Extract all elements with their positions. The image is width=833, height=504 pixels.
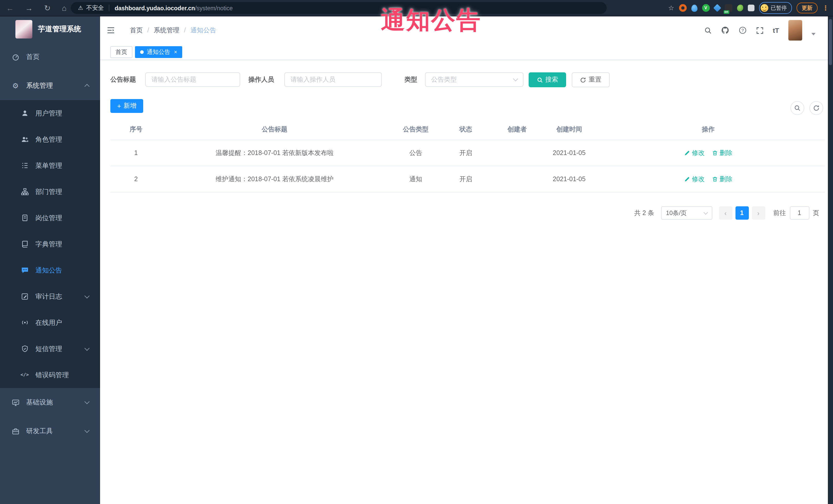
toolbox-icon [11,427,20,435]
delete-link[interactable]: 删除 [712,175,732,184]
toggle-search-circle-button[interactable] [790,101,804,115]
sidebar-item-audit-log[interactable]: 审计日志 [0,283,100,310]
extension-orange-icon[interactable] [679,4,687,12]
prev-page-button[interactable]: ‹ [719,206,732,220]
user-avatar[interactable] [788,20,802,41]
tab-notice-announcement[interactable]: 通知公告 × [135,46,183,58]
sidebar-item-infrastructure[interactable]: 基础设施 [0,388,100,417]
sidebar-item-sms-management[interactable]: 短信管理 [0,336,100,362]
browser-back-icon[interactable]: ← [6,0,14,16]
github-icon[interactable] [721,26,729,34]
notice-type-select[interactable]: 公告类型 [425,72,524,87]
plus-icon: + [117,103,121,109]
reset-refresh-icon [580,77,586,83]
sidebar-logo-row[interactable]: 芋道管理系统 [0,16,100,43]
extension-leaf-icon[interactable] [737,5,743,11]
cell-created-time: 2021-01-05 [547,149,592,157]
goto-label: 前往 [773,209,786,217]
extension-tampermonkey-icon[interactable]: on [724,4,732,12]
active-tab-dot-icon [140,50,144,54]
edit-link[interactable]: 修改 [684,149,705,157]
sidebar-item-user-management[interactable]: 用户管理 [0,100,100,126]
page-scrollbar[interactable] [828,16,833,504]
page-size-select[interactable]: 10条/页 [661,206,712,220]
cell-created-time: 2021-01-05 [547,175,592,183]
notice-title-input[interactable] [145,72,240,87]
collapse-sidebar-icon[interactable] [107,26,115,34]
breadcrumb-separator: / [147,27,149,34]
reset-button[interactable]: 重置 [572,72,610,87]
goto-page-input[interactable] [790,206,809,220]
operator-input[interactable] [284,72,382,87]
page-unit-label: 页 [813,209,819,217]
shield-check-icon [21,345,29,353]
chevron-up-icon [85,84,90,89]
trash-icon [712,150,718,156]
current-page-button[interactable]: 1 [735,206,748,220]
audit-log-icon [21,292,29,301]
sidebar-item-system-management[interactable]: ⚙ 系统管理 [0,71,100,100]
sidebar-item-department-management[interactable]: 部门管理 [0,178,100,205]
sidebar-item-dictionary-management[interactable]: 字典管理 [0,231,100,257]
total-count-label: 共 2 条 [634,209,654,217]
browser-menu-kebab-icon[interactable]: ⋮ [822,4,829,12]
col-header-actions: 操作 [592,125,825,134]
browser-reload-icon[interactable]: ↻ [44,0,51,16]
url-divider [109,5,110,11]
org-tree-icon [21,188,29,196]
next-page-button[interactable]: › [752,206,765,220]
extension-on-badge: on [723,10,729,14]
menu-list-icon [21,162,29,170]
extension-blue-icon[interactable] [691,4,697,11]
font-size-icon[interactable]: tT [773,26,779,34]
cell-status: 开启 [444,149,487,157]
extension-green-v-icon[interactable]: V [702,4,710,12]
extensions-puzzle-icon[interactable] [747,5,754,11]
add-button[interactable]: + 新增 [110,99,143,113]
avatar-caret-down-icon[interactable] [811,32,815,35]
users-icon [21,135,29,143]
tab-home[interactable]: 首页 [110,46,133,58]
sidebar-item-error-code-management[interactable]: </> 错误码管理 [0,362,100,388]
dictionary-book-icon [21,240,29,248]
refresh-circle-button[interactable] [809,101,823,115]
table-header-row: 序号 公告标题 公告类型 状态 创建者 创建时间 操作 [110,119,825,140]
address-bar[interactable]: ⚠ 不安全 dashboard.yudao.iocoder.cn/system/… [71,2,606,14]
operator-label: 操作人员 [248,72,274,87]
url-host: dashboard.yudao.iocoder.cn [115,5,195,11]
scrollbar-thumb[interactable] [829,19,832,65]
col-header-creator: 创建者 [487,125,547,134]
col-header-no: 序号 [110,125,162,134]
close-tab-icon[interactable]: × [174,49,177,55]
sidebar-item-online-users[interactable]: 在线用户 [0,310,100,336]
sidebar-item-post-management[interactable]: 岗位管理 [0,205,100,231]
breadcrumb-system[interactable]: 系统管理 [154,26,180,34]
breadcrumb-home[interactable]: 首页 [130,26,143,34]
browser-profile-chip[interactable]: 已暂停 [759,2,792,14]
search-button[interactable]: 搜索 [529,72,566,87]
chevron-down-icon [85,293,90,298]
cell-type: 公告 [387,149,444,157]
help-icon[interactable]: ? [738,26,746,34]
sidebar-item-notice-announcement[interactable]: 通知公告 [0,257,100,283]
sidebar-item-role-management[interactable]: 角色管理 [0,126,100,152]
sidebar-item-menu-management[interactable]: 菜单管理 [0,152,100,178]
extension-diamond-icon[interactable] [713,4,721,12]
fullscreen-icon[interactable] [756,26,763,34]
user-icon [21,109,29,117]
table-row: 1 温馨提醒：2018-07-01 若依新版本发布啦 公告 开启 2021-01… [110,140,825,166]
screen: ← → ↻ ⌂ ⚠ 不安全 dashboard.yudao.iocoder.cn… [0,0,833,504]
browser-home-icon[interactable]: ⌂ [62,0,67,16]
sidebar-item-dev-tools[interactable]: 研发工具 [0,417,100,446]
browser-update-button[interactable]: 更新 [796,3,817,13]
edit-link[interactable]: 修改 [684,175,705,184]
trash-icon [712,176,718,182]
search-icon[interactable] [704,26,712,34]
col-header-type: 公告类型 [387,125,444,134]
chevron-down-icon [85,399,90,404]
browser-forward-icon[interactable]: → [25,0,33,16]
delete-link[interactable]: 删除 [712,149,732,157]
bookmark-star-icon[interactable]: ☆ [668,4,674,12]
not-secure-warning-icon: ⚠ [78,5,83,11]
sidebar-item-home[interactable]: 首页 [0,43,100,71]
